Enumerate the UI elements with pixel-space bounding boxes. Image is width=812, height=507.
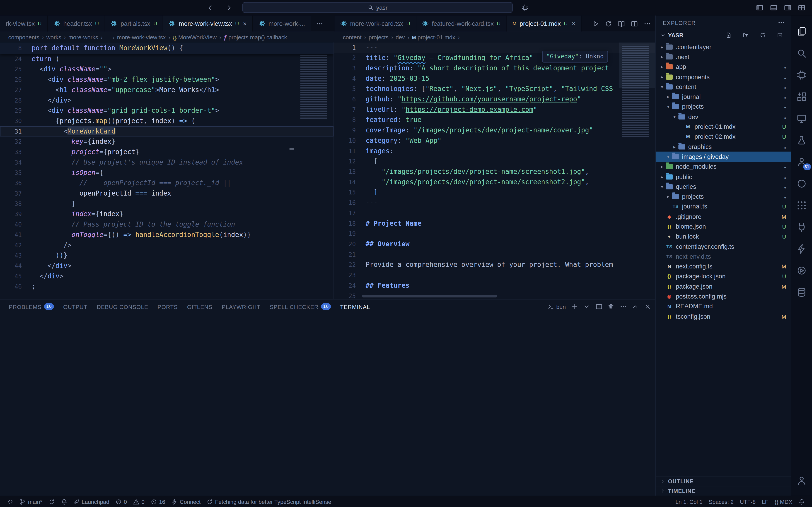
remote-indicator[interactable] [4,496,16,507]
search-icon[interactable] [791,42,812,64]
status-bell[interactable] [796,496,808,507]
editor-tab[interactable]: M more-work-card.tsx U [335,16,416,32]
breadcrumb-item[interactable]: works [39,34,61,40]
tree-item[interactable]: ▸ projects [656,192,791,202]
eol-selector[interactable]: LF [759,496,771,507]
tree-item[interactable]: ▸ journal [656,92,791,102]
remote-tunnel-icon[interactable] [791,64,812,86]
maximize-panel-button[interactable] [632,303,639,310]
editor-tab[interactable]: M header.tsx U [48,16,105,32]
tree-item[interactable]: ● bun.lock U [656,232,791,241]
terminal-dropdown[interactable] [583,303,590,310]
breadcrumb-item[interactable]: MoreWorkView [166,34,217,40]
terminal-output[interactable] [0,314,655,496]
thunder-client-icon[interactable] [791,238,812,260]
toggle-primary-sidebar-icon[interactable] [754,2,765,13]
breadcrumb-item[interactable]: project-01.mdx [405,34,455,40]
storage-icon[interactable] [791,281,812,303]
tree-item[interactable]: N next.config.ts M [656,262,791,271]
new-folder-button[interactable] [740,32,752,38]
explorer-more-actions[interactable] [778,19,784,26]
spell-issues[interactable]: 16 [148,496,168,507]
encoding[interactable]: UTF-8 [737,496,759,507]
tree-item[interactable]: M README.md [656,301,791,312]
git-branch[interactable]: main* [16,496,45,507]
tree-item[interactable]: ▸ app [656,62,791,72]
panel-tab[interactable]: OUTPUT [58,299,92,314]
intellisense-status[interactable]: Fetching data for better TypeScript Inte… [204,496,335,507]
new-terminal-button[interactable] [571,303,578,310]
panel-tab[interactable]: PROBLEMS 16 [4,299,58,314]
tree-item[interactable]: ▸ node_modules [656,162,791,172]
toggle-secondary-sidebar-icon[interactable] [782,2,793,13]
split-terminal-button[interactable] [595,303,602,310]
assistant-icon[interactable] [520,2,530,13]
close-panel-button[interactable] [644,303,651,310]
breadcrumb-item[interactable]: more-works [61,34,98,40]
panel-tab[interactable]: TERMINAL [336,299,375,314]
close-tab-button[interactable]: × [572,20,575,27]
breadcrumb-item[interactable]: projects.map() callback [217,34,287,40]
tree-item[interactable]: ▾ dev [656,112,791,122]
tree-item[interactable]: TS journal.ts U [656,202,791,212]
language-mode[interactable]: {} MDX [771,496,796,507]
testing-icon[interactable] [791,129,812,151]
panel-tab[interactable]: SPELL CHECKER 16 [265,299,336,314]
panel-tab[interactable]: DEBUG CONSOLE [92,299,153,314]
terminal-profile[interactable]: bun [547,303,566,310]
account-icon[interactable] [791,470,812,491]
connect-button[interactable]: Connect [168,496,204,507]
cursor-position[interactable]: Ln 1, Col 1 [672,496,706,507]
tree-item[interactable]: ▾ images / giveday [656,152,791,162]
tree-item[interactable]: ◆ .gitignore M [656,212,791,222]
tree-item[interactable]: ▸ .next [656,52,791,62]
tree-item[interactable]: TS next-env.d.ts [656,251,791,262]
tree-item[interactable]: M project-02.mdx U [656,132,791,142]
tree-item[interactable]: ▾ queries [656,182,791,192]
editor-tab[interactable]: M partials.tsx U [105,16,163,32]
kill-terminal-button[interactable] [607,303,614,310]
toggle-panel-icon[interactable] [768,2,779,13]
refresh-button[interactable] [605,20,612,27]
editor-tab[interactable]: M rk-view.tsx U [0,16,48,32]
tree-item[interactable]: {} tsconfig.json M [656,312,791,322]
refresh-explorer-button[interactable] [757,32,769,38]
panel-tab[interactable]: PLAYWRIGHT [217,299,265,314]
open-preview-button[interactable] [618,20,625,27]
editor-tab[interactable]: M more-work-view.tsx U × [163,16,253,32]
panel-tab[interactable]: PORTS [153,299,183,314]
breadcrumb-item[interactable]: ... [98,34,110,40]
explorer-icon[interactable] [791,20,812,42]
command-center-search[interactable]: yasr [242,2,513,13]
tree-item[interactable]: ▸ .contentlayer [656,42,791,52]
code-area-tsx[interactable]: 24 eturn ( 25 <div className=""> 26 <div… [0,54,334,292]
tree-item[interactable]: ◉ postcss.config.mjs [656,291,791,301]
horizontal-scrollbar[interactable] [362,295,497,297]
copilot-icon[interactable] [791,173,812,194]
problems-errors[interactable]: 0 [112,496,130,507]
panel-tab[interactable]: GITLENS [183,299,217,314]
tree-item[interactable]: TS contentlayer.config.ts [656,241,791,251]
accounts-icon[interactable]: 31 [791,151,812,173]
launchpad-button[interactable]: Launchpad [70,496,112,507]
sync-changes-button[interactable] [45,496,58,507]
editor-group-right[interactable]: 1 --- 2 title: "Giveday — Crowdfunding f… [334,42,655,299]
outline-section[interactable]: OUTLINE [656,476,791,486]
run-button[interactable] [592,20,599,27]
editor-tab[interactable]: M featured-work-card.tsx U [416,16,507,32]
panel-more-actions[interactable] [620,303,627,310]
tree-item[interactable]: ▾ content [656,82,791,92]
breadcrumb-item[interactable]: components [8,34,39,40]
notifications-icon[interactable] [58,496,70,507]
code-area-mdx[interactable]: 1 --- 2 title: "Giveday — Crowdfunding f… [334,42,655,299]
indentation[interactable]: Spaces: 2 [706,496,737,507]
database-icon[interactable] [791,216,812,238]
breadcrumb-item[interactable]: more-work-view.tsx [110,34,166,40]
customize-layout-icon[interactable] [796,2,807,13]
tree-item[interactable]: {} package.json M [656,282,791,291]
split-editor-button[interactable] [631,20,638,27]
tree-item[interactable]: M project-01.mdx U [656,122,791,132]
breadcrumb-item[interactable]: projects [362,34,389,40]
editor-group-left[interactable]: 8 port default function MoreWorkView() {… [0,42,334,299]
remote-explorer-icon[interactable] [791,108,812,129]
